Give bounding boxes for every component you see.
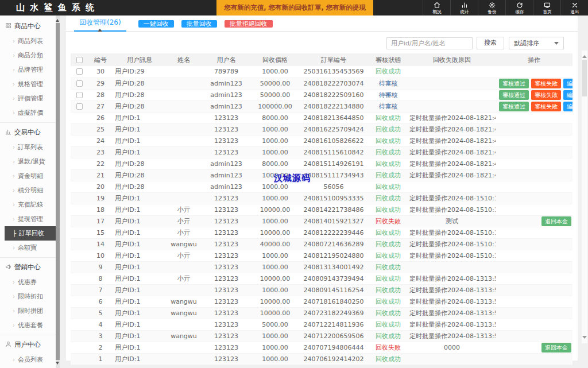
scroll-down-icon[interactable] — [56, 362, 59, 366]
row-checkbox[interactable] — [76, 68, 83, 75]
cell-status: 待審核 — [368, 100, 408, 112]
sidebar-item[interactable]: ›評價管理 — [0, 91, 56, 106]
row-checkbox[interactable] — [76, 103, 83, 110]
scroll-down-icon[interactable] — [582, 336, 587, 341]
sidebar-item-label: 余額寶 — [18, 244, 37, 251]
cell-number: 25 — [88, 123, 113, 135]
sidebar-item[interactable]: ›商品分類 — [0, 48, 56, 63]
sidebar-section-header[interactable]: 商品中心 — [0, 17, 56, 34]
sidebar-item-label: 商品分類 — [18, 52, 43, 59]
sidebar-section-header[interactable]: 營銷中心 — [0, 258, 56, 275]
approve-button[interactable]: 審核通过 — [499, 79, 529, 88]
topnav-item-backup[interactable]: 备份 — [478, 0, 505, 16]
item-arrow-icon: › — [13, 67, 15, 73]
sidebar-item[interactable]: ›优惠券 — [0, 275, 56, 289]
edit-button[interactable]: 編輯 — [563, 102, 572, 111]
sidebar-item[interactable]: ├訂單回收 — [5, 226, 56, 241]
cell-operations: 退回本金 — [496, 215, 572, 227]
sidebar-item[interactable]: ›資金明細 — [0, 169, 56, 183]
cell-user-info: 用户ID:1 — [113, 146, 166, 158]
cell-operations — [496, 307, 572, 319]
sidebar-item[interactable]: ›余額寶 — [0, 241, 56, 255]
bulk-action-button[interactable]: 一鍵回收 — [138, 20, 174, 28]
search-button[interactable]: 搜索 — [477, 37, 504, 49]
cell-username: 123123 — [202, 284, 251, 296]
sidebar-item[interactable]: ›限時折扣 — [0, 289, 56, 304]
chevron-down-icon — [554, 42, 559, 47]
topnav-item-stats[interactable]: 统计 — [450, 0, 478, 16]
cell-number: 28 — [88, 89, 113, 100]
bulk-action-button[interactable]: 批量回收 — [181, 20, 217, 28]
refund-button[interactable]: 退回本金 — [541, 216, 571, 226]
item-arrow-icon: › — [13, 95, 15, 102]
topnav-item-homepage[interactable]: 首页 — [533, 0, 560, 16]
topnav-label: 退出 — [570, 9, 579, 14]
status-badge: 回收成功 — [376, 252, 401, 259]
approve-button[interactable]: 審核通过 — [499, 102, 529, 111]
sidebar-item[interactable]: ›商品列表 — [0, 34, 56, 48]
row-checkbox[interactable] — [76, 80, 83, 87]
cell-price: 10000.00 — [251, 296, 299, 307]
cell-fail-reason: 定时批量操作2024-08-1821:41:59 — [408, 169, 496, 181]
refund-button[interactable]: 退回本金 — [541, 343, 571, 352]
fail-button[interactable]: 審核失敗 — [531, 79, 561, 88]
sidebar-section-header[interactable]: 交易中心 — [0, 123, 56, 140]
cell-username: 123123 — [202, 296, 251, 307]
bulk-action-button[interactable]: 批量拒絕回收 — [225, 20, 273, 28]
sidebar-item[interactable]: ›充值記錄 — [0, 197, 56, 212]
sidebar-section-header[interactable]: 用户中心 — [0, 335, 56, 352]
edit-button[interactable]: 編輯 — [563, 90, 572, 100]
scroll-up-icon[interactable] — [582, 53, 587, 58]
fail-button[interactable]: 審核失敗 — [531, 102, 561, 111]
cell-price: 1000.00 — [251, 284, 299, 296]
cell-fail-reason: 定时批量操作2024-08-1313:55:32 — [408, 284, 496, 296]
cell-order-number: 240809145116254 — [299, 284, 368, 296]
sidebar-section: 營銷中心›优惠券›限時折扣›限时拼团›优惠套餐 — [0, 257, 56, 335]
cell-operations — [496, 250, 572, 261]
cell-price: 50000.00 — [251, 78, 299, 89]
cell-username: 123123 — [202, 112, 251, 123]
approve-button[interactable]: 審核通过 — [499, 90, 529, 100]
sidebar-item[interactable]: ›提現管理 — [0, 212, 56, 226]
fail-button[interactable]: 審核失敗 — [531, 90, 561, 100]
cell-fail-reason: 定时批量操作2024-08-1821:41:59 — [408, 112, 496, 123]
topnav-item-logout[interactable]: 退出 — [560, 0, 588, 16]
scroll-up-icon[interactable] — [56, 17, 59, 22]
sidebar-item[interactable]: ›限时拼团 — [0, 304, 56, 318]
main-scrollbar-thumb[interactable] — [582, 60, 587, 96]
cell-operations — [496, 135, 572, 146]
sort-select[interactable]: 默認排序 — [509, 37, 564, 49]
cell-user-info: 用户ID:1 — [113, 307, 166, 319]
sidebar-item[interactable]: ›退款/退貨 — [0, 154, 56, 169]
cell-price: 10000.00 — [251, 307, 299, 319]
cell-number: 5 — [88, 307, 113, 319]
sidebar-scrollbar[interactable] — [56, 16, 60, 368]
column-header: 用户名 — [202, 53, 251, 66]
cell-fail-reason: 定时批量操作2024-08-1510:14:59 — [408, 204, 496, 215]
sidebar-item[interactable]: ›訂單列表 — [0, 140, 56, 154]
item-arrow-icon: › — [13, 173, 15, 179]
sidebar-item[interactable]: ›会员列表 — [0, 352, 56, 367]
cell-operations: 審核通过審核失敗編輯刪除 — [496, 89, 572, 100]
sidebar-item-label: 規格管理 — [18, 80, 43, 88]
sidebar-section-title: 用户中心 — [14, 340, 41, 349]
sidebar-item[interactable]: ›規格管理 — [0, 77, 56, 91]
cell-name — [166, 89, 202, 100]
sidebar-item[interactable]: ›优惠套餐 — [0, 318, 56, 332]
search-input[interactable] — [386, 37, 473, 49]
admin-page: 山 水 鲨 鱼 系 统 您有新的充值, 您有新的回收訂單, 您有新的提現 概况统… — [0, 0, 588, 368]
sidebar-scrollbar-thumb[interactable] — [56, 23, 60, 360]
row-checkbox[interactable] — [76, 92, 83, 98]
cell-fail-reason: 定时批量操作2024-08-1510:14:59 — [408, 192, 496, 204]
select-all-checkbox[interactable] — [76, 57, 83, 63]
topnav-item-cache[interactable]: 缓存 — [505, 0, 533, 16]
sidebar-item[interactable]: ›積分明細 — [0, 183, 56, 197]
tab-recycle-management[interactable]: 回收管理(26) — [74, 15, 126, 32]
item-arrow-icon: › — [13, 52, 15, 59]
sidebar-item[interactable]: ›品牌管理 — [0, 63, 56, 77]
edit-button[interactable]: 編輯 — [563, 79, 572, 88]
main-scrollbar[interactable] — [582, 51, 587, 343]
topnav-item-overview[interactable]: 概况 — [423, 0, 450, 16]
cell-number: 17 — [88, 215, 113, 227]
sidebar-item[interactable]: ›虛擬評價 — [0, 106, 56, 120]
